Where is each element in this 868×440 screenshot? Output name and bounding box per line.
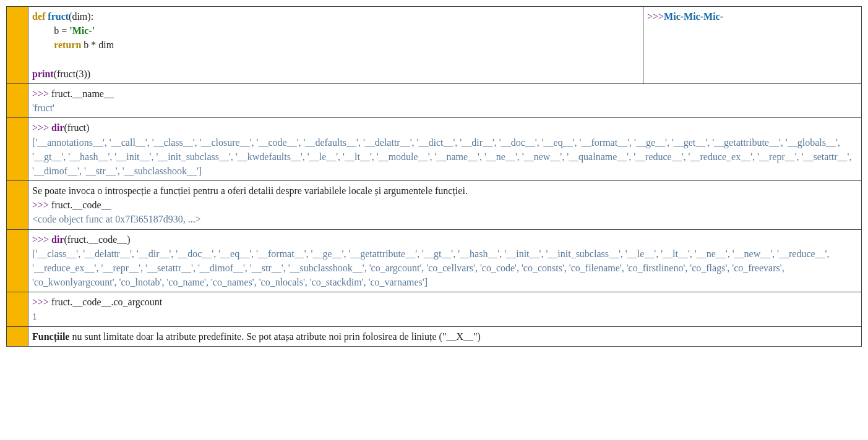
repl-prompt: >>>	[32, 88, 51, 99]
code-cell: >>> fruct.__name__ 'fruct'	[28, 83, 862, 117]
code-cell: >>> fruct.__code__.co_argcount 1	[28, 292, 862, 326]
bold-lead: Funcțiile	[32, 331, 69, 342]
repl-prompt: >>>	[647, 11, 664, 22]
dir-args: (fruct)	[64, 122, 90, 133]
code-block: def fruct(dim): b = 'Mic-' return b * di…	[32, 9, 639, 81]
params: (dim):	[69, 11, 93, 22]
print-call: print	[32, 69, 54, 79]
code-line: >>> fruct.__code__.co_argcount	[32, 295, 857, 309]
row-marker	[7, 7, 28, 84]
table-row: >>> dir(fruct.__code__) ['__class__', '_…	[7, 229, 862, 292]
output-value: Mic-Mic-Mic-	[664, 11, 723, 22]
expression: fruct.__code__	[51, 200, 111, 210]
output-line: 1	[32, 310, 857, 324]
output-line: ['__annotations__', '__call__', '__class…	[32, 135, 857, 179]
table-row: Se poate invoca o introspecție a funcție…	[7, 181, 862, 230]
code-line: >>> dir(fruct)	[32, 121, 857, 135]
row-marker	[7, 326, 28, 346]
output-line: ['__class__', '__delattr__', '__dir__', …	[32, 247, 857, 290]
repl-prompt: >>>	[32, 122, 51, 133]
row-marker	[7, 292, 28, 326]
builtin-dir: dir	[51, 122, 64, 133]
code-cell: >>> dir(fruct.__code__) ['__class__', '_…	[28, 229, 862, 292]
code-cell: def fruct(dim): b = 'Mic-' return b * di…	[28, 7, 643, 84]
repl-prompt: >>>	[32, 297, 51, 307]
table-row: >>> fruct.__code__.co_argcount 1	[7, 292, 862, 326]
output-cell: >>>Mic-Mic-Mic-	[643, 7, 862, 84]
print-args: (fruct(3))	[54, 69, 91, 79]
row-marker	[7, 229, 28, 292]
table-row: >>> fruct.__name__ 'fruct'	[7, 83, 862, 117]
string-literal: 'Mic-'	[69, 25, 95, 36]
table-row: >>> dir(fruct) ['__annotations__', '__ca…	[7, 118, 862, 181]
builtin-dir: dir	[51, 234, 64, 245]
keyword-return: return	[54, 40, 81, 50]
row-marker	[7, 181, 28, 230]
repl-prompt: >>>	[32, 200, 51, 210]
description-text: Se poate invoca o introspecție a funcție…	[32, 184, 857, 198]
code-cell: >>> dir(fruct) ['__annotations__', '__ca…	[28, 118, 862, 181]
output-line: 'fruct'	[32, 101, 857, 115]
assign: b =	[54, 25, 69, 36]
expression: fruct.__code__.co_argcount	[51, 297, 162, 307]
keyword-def: def	[32, 11, 45, 22]
code-line: >>> fruct.__code__	[32, 198, 857, 212]
expression: fruct.__name__	[51, 88, 114, 99]
code-cell: Se poate invoca o introspecție a funcție…	[28, 181, 862, 230]
return-expr: b * dim	[81, 40, 114, 50]
function-name: fruct	[48, 11, 69, 22]
table-row: Funcțiile nu sunt limitate doar la atrib…	[7, 326, 862, 346]
dir-args: (fruct.__code__)	[64, 234, 131, 245]
code-cell: Funcțiile nu sunt limitate doar la atrib…	[28, 326, 862, 346]
code-line: >>> fruct.__name__	[32, 87, 857, 101]
repl-prompt: >>>	[32, 234, 51, 245]
row-marker	[7, 118, 28, 181]
code-line: >>> dir(fruct.__code__)	[32, 232, 857, 247]
code-examples-table: def fruct(dim): b = 'Mic-' return b * di…	[6, 6, 862, 347]
table-row: def fruct(dim): b = 'Mic-' return b * di…	[7, 7, 862, 84]
row-marker	[7, 83, 28, 117]
description-text: nu sunt limitate doar la atribute predef…	[69, 331, 480, 342]
output-line: <code object func at 0x7f365187d930, ...…	[32, 212, 857, 226]
